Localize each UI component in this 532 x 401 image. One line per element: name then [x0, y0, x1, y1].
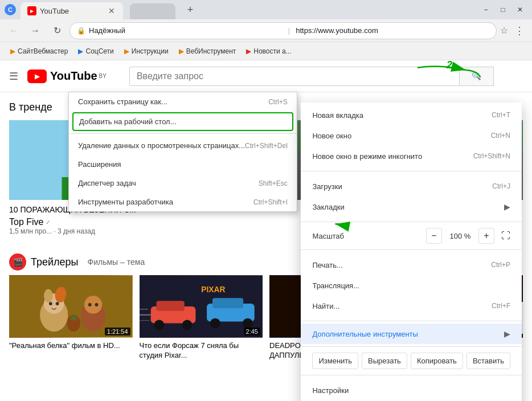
bookmark-icon-0: ▶ [10, 47, 15, 55]
bookmark-icon-3: ▶ [179, 47, 184, 55]
youtube-logo-by: BY [99, 73, 107, 79]
edit-buttons-row: Изменить Вырезать Копировать Вставить [301, 349, 522, 373]
navigation-bar: ← → ↻ 🔒 Надёжный | https://www.youtube.c… [0, 19, 532, 42]
bookmark-item-3[interactable]: ▶ ВебИнструмент [174, 45, 241, 58]
maximize-button[interactable]: □ [496, 2, 510, 17]
svg-point-28 [88, 303, 92, 306]
zoom-in-button[interactable]: + [478, 228, 494, 244]
title-bar: C ▶ YouTube ✕ + − □ ✕ [0, 0, 532, 19]
bookmark-label-4: Новости а... [253, 47, 291, 55]
menu-section-downloads: Загрузки Ctrl+J Закладки ▶ [301, 174, 522, 219]
menu-sep-1 [301, 171, 522, 171]
video-meta-0: 1,5 млн про... · 3 дня назад [9, 227, 263, 235]
bookmark-star-button[interactable]: ☆ [500, 25, 508, 36]
youtube-logo[interactable]: YouTube BY [27, 69, 107, 83]
menu-incognito[interactable]: Новое окно в режиме инкогнито Ctrl+Shift… [301, 146, 522, 166]
inactive-tab[interactable] [130, 3, 175, 19]
menu-cast[interactable]: Трансляция... [301, 275, 522, 296]
menu-section-new: Новая вкладка Ctrl+T Новое окно Ctrl+N Н… [301, 103, 522, 169]
menu-new-tab[interactable]: Новая вкладка Ctrl+T [301, 105, 522, 125]
edit-button-2[interactable]: Копировать [411, 353, 463, 369]
svg-point-24 [49, 302, 52, 305]
zoom-out-button[interactable]: − [426, 228, 442, 244]
bookmark-icon-2: ▶ [124, 47, 129, 55]
address-prefix: Надёжный [89, 26, 283, 35]
reload-button[interactable]: ↻ [48, 22, 66, 40]
chrome-menu-button[interactable]: ⋮ [511, 23, 527, 39]
address-separator: | [288, 26, 290, 35]
svg-text:PIXAR: PIXAR [201, 286, 225, 294]
back-button[interactable]: ← [5, 22, 23, 40]
youtube-search-input[interactable] [129, 67, 460, 86]
page-content: ☰ YouTube BY 🔍 В тренде [0, 60, 532, 401]
bookmark-item-0[interactable]: ▶ СайтВебмастер [6, 45, 72, 58]
minimize-button[interactable]: − [478, 2, 493, 17]
zoom-label: Масштаб [312, 232, 344, 240]
menu-downloads[interactable]: Загрузки Ctrl+J [301, 176, 522, 197]
ctx-save-page[interactable]: Сохранить страницу как... Ctrl+S [69, 92, 297, 111]
browser-icon: C [5, 4, 16, 15]
ctx-add-desktop[interactable]: Добавить на рабочий стол... [72, 112, 293, 131]
menu-more-tools[interactable]: Дополнительные инструменты ▶ [301, 324, 522, 344]
menu-find[interactable]: Найти... Ctrl+F [301, 296, 522, 316]
lock-icon: 🔒 [77, 27, 85, 35]
trailer-thumb-1: PIXAR 2:45 [140, 275, 263, 338]
trailer-thumb-0: 1:21:54 [9, 275, 133, 338]
trailers-icon: 🎬 [9, 253, 26, 271]
ctx-dev-tools[interactable]: Инструменты разработчика Ctrl+Shift+I [69, 193, 297, 211]
youtube-logo-icon [27, 69, 47, 83]
svg-point-42 [210, 318, 220, 329]
youtube-header: ☰ YouTube BY 🔍 [0, 60, 532, 92]
context-menu: Сохранить страницу как... Ctrl+S Добавит… [68, 92, 297, 212]
edit-button-3[interactable]: Вставить [466, 353, 510, 369]
window-controls: − □ ✕ [478, 2, 527, 17]
menu-bookmarks[interactable]: Закладки ▶ [301, 197, 522, 217]
youtube-logo-text: YouTube [50, 69, 97, 83]
menu-section-print: Печать... Ctrl+P Трансляция... Найти... … [301, 252, 522, 318]
trailer-card-1[interactable]: PIXAR 2:45 Что если Форсаж 7 сняла бы ст… [140, 275, 263, 361]
ctx-clear-data[interactable]: Удаление данных о просмотренных страница… [69, 136, 297, 155]
new-tab-button[interactable]: + [182, 2, 198, 18]
svg-point-27 [84, 296, 102, 313]
trailer-title-1: Что если Форсаж 7 сняла бы студия Pixar.… [140, 341, 263, 361]
fullscreen-button[interactable]: ⛶ [501, 231, 510, 241]
menu-sep-3 [301, 249, 522, 250]
trailers-subtitle: Фильмы – тема [88, 257, 145, 267]
youtube-search-area: 🔍 [129, 67, 494, 86]
bookmark-item-1[interactable]: ▶ СоцСети [73, 45, 118, 58]
address-bar[interactable]: 🔒 Надёжный | https://www.youtube.com [69, 22, 497, 39]
bookmark-label-3: ВебИнструмент [186, 47, 236, 55]
trailer-card-0[interactable]: 1:21:54 "Реальная белка" фильм в HD... [9, 275, 133, 361]
forward-button[interactable]: → [26, 22, 44, 40]
edit-button-1[interactable]: Вырезать [362, 353, 407, 369]
zoom-controls: − 100 % + ⛶ [426, 228, 510, 244]
ctx-separator-1 [69, 133, 297, 134]
svg-point-29 [95, 303, 99, 306]
verified-badge-0: ✓ [46, 219, 51, 226]
menu-print[interactable]: Печать... Ctrl+P [301, 255, 522, 275]
menu-new-window[interactable]: Новое окно Ctrl+N [301, 125, 522, 146]
bookmark-item-4[interactable]: ▶ Новости а... [242, 45, 296, 58]
address-url: https://www.youtube.com [296, 26, 489, 35]
tab-close-button[interactable]: ✕ [107, 6, 116, 15]
edit-button-0[interactable]: Изменить [312, 353, 358, 369]
menu-settings[interactable]: Настройки [301, 380, 522, 400]
bookmarks-bar: ▶ СайтВебмастер ▶ СоцСети ▶ Инструкции ▶… [0, 42, 532, 60]
menu-sep-6 [301, 375, 522, 375]
bookmark-label-1: СоцСети [85, 47, 113, 55]
tab-title: YouTube [40, 7, 104, 15]
hamburger-menu[interactable]: ☰ [9, 70, 18, 83]
menu-sep-4 [301, 321, 522, 321]
active-tab[interactable]: ▶ YouTube ✕ [21, 2, 123, 19]
svg-point-21 [44, 289, 53, 303]
duration-0: 1:21:54 [105, 328, 130, 335]
trailer-title-0: "Реальная белка" фильм в HD... [9, 341, 133, 351]
tab-favicon: ▶ [27, 6, 36, 15]
trailers-title: Трейлеры [31, 256, 79, 268]
ctx-task-manager[interactable]: Диспетчер задач Shift+Esc [69, 174, 297, 193]
svg-point-36 [182, 320, 192, 330]
ctx-extensions[interactable]: Расширения [69, 155, 297, 174]
bookmark-item-2[interactable]: ▶ Инструкции [120, 45, 173, 58]
close-button[interactable]: ✕ [513, 2, 527, 17]
youtube-search-button[interactable]: 🔍 [460, 67, 494, 86]
